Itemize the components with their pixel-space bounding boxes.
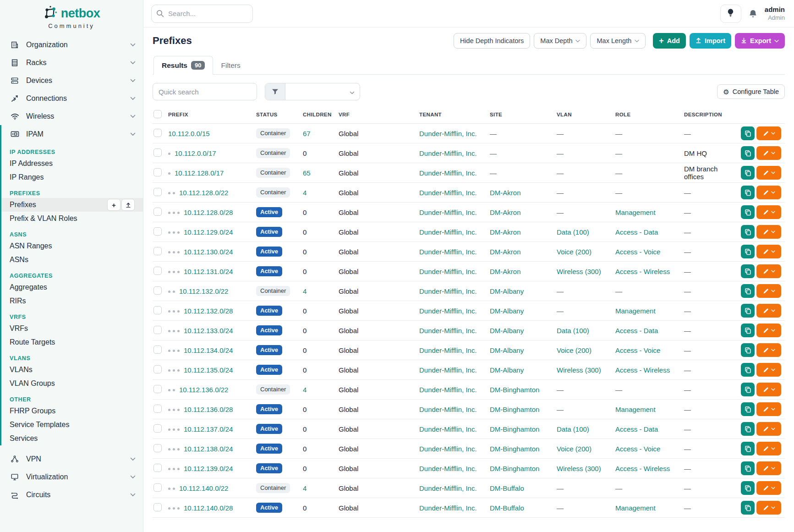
tenant-link[interactable]: Dunder-Mifflin, Inc. [419,169,477,177]
tab-results[interactable]: Results 90 [153,56,213,75]
tenant-link[interactable]: Dunder-Mifflin, Inc. [419,425,477,433]
tab-filters[interactable]: Filters [213,56,248,75]
copy-button[interactable] [741,264,755,278]
row-checkbox[interactable] [153,267,162,275]
prefix-link[interactable]: 10.112.140.0/22 [179,484,228,492]
sidebar-item-asn-ranges[interactable]: ASN Ranges [1,239,143,253]
vlan-link[interactable]: Data (100) [557,425,589,433]
prefix-link[interactable]: 10.112.140.0/28 [184,504,233,512]
role-link[interactable]: Access - Voice [615,445,660,453]
max-depth-dropdown[interactable]: Max Depth [534,33,586,49]
site-link[interactable]: DM-Binghamton [490,386,539,394]
copy-button[interactable] [741,146,755,160]
tenant-link[interactable]: Dunder-Mifflin, Inc. [419,228,477,236]
copy-button[interactable] [741,481,755,495]
role-link[interactable]: Access - Voice [615,346,660,354]
role-link[interactable]: Access - Data [615,425,658,433]
prefix-link[interactable]: 10.112.128.0/17 [175,169,224,177]
notifications-bell-icon[interactable] [749,9,757,18]
row-checkbox[interactable] [153,286,162,295]
vlan-link[interactable]: Voice (200) [557,445,591,453]
role-link[interactable]: Management [615,406,656,413]
tenant-link[interactable]: Dunder-Mifflin, Inc. [419,189,477,197]
add-button[interactable]: + Add [653,33,686,49]
copy-button[interactable] [741,442,755,455]
row-checkbox[interactable] [153,346,162,354]
edit-button[interactable] [756,343,781,357]
sidebar-item-virtualization[interactable]: Virtualization [0,468,143,486]
copy-button[interactable] [741,383,755,396]
role-link[interactable]: Access - Wireless [615,465,670,472]
sidebar-item-aggregates[interactable]: Aggregates [1,280,143,294]
site-link[interactable]: DM-Buffalo [490,484,524,492]
role-link[interactable]: Management [615,307,656,315]
row-checkbox[interactable] [153,247,162,255]
quick-search-input[interactable] [153,83,257,100]
row-checkbox[interactable] [153,483,162,492]
tenant-link[interactable]: Dunder-Mifflin, Inc. [419,307,477,315]
vlan-link[interactable]: Voice (200) [557,248,591,256]
copy-button[interactable] [741,343,755,357]
copy-button[interactable] [741,461,755,475]
edit-button[interactable] [756,186,781,199]
vlan-link[interactable]: Wireless (300) [557,268,601,275]
edit-button[interactable] [756,422,781,436]
sidebar-item-asns[interactable]: ASNs [1,253,143,267]
site-link[interactable]: DM-Akron [490,208,521,216]
prefix-link[interactable]: 10.112.139.0/24 [184,465,233,472]
tenant-link[interactable]: Dunder-Mifflin, Inc. [419,268,477,275]
row-checkbox[interactable] [153,503,162,511]
role-link[interactable]: Access - Voice [615,248,660,256]
copy-button[interactable] [741,245,755,258]
children-link[interactable]: 4 [303,386,307,394]
row-checkbox[interactable] [153,405,162,413]
tenant-link[interactable]: Dunder-Mifflin, Inc. [419,445,477,453]
row-checkbox[interactable] [153,385,162,393]
site-link[interactable]: DM-Akron [490,248,521,256]
children-link[interactable]: 67 [303,130,311,137]
tenant-link[interactable]: Dunder-Mifflin, Inc. [419,248,477,256]
site-link[interactable]: DM-Albany [490,366,524,374]
prefix-link[interactable]: 10.112.137.0/24 [184,425,233,433]
edit-button[interactable] [756,205,781,219]
select-all-checkbox[interactable] [153,110,162,118]
edit-button[interactable] [756,324,781,337]
edit-button[interactable] [756,383,781,396]
copy-button[interactable] [741,205,755,219]
filter-funnel-icon[interactable] [265,83,285,100]
global-search-input[interactable] [151,5,253,23]
sidebar-item-organization[interactable]: Organization [0,36,143,54]
edit-button[interactable] [756,481,781,495]
row-checkbox[interactable] [153,208,162,216]
site-link[interactable]: DM-Akron [490,228,521,236]
row-checkbox[interactable] [153,227,162,236]
sidebar-item-vpn[interactable]: VPN [0,450,143,468]
filter-select-dropdown[interactable] [285,83,360,100]
sidebar-item-ipam[interactable]: IPAM [1,125,143,143]
site-link[interactable]: DM-Albany [490,287,524,295]
row-checkbox[interactable] [153,326,162,334]
edit-button[interactable] [756,461,781,475]
import-button[interactable]: Import [690,33,731,49]
row-checkbox[interactable] [153,424,162,433]
row-checkbox[interactable] [153,365,162,373]
role-link[interactable]: Access - Data [615,327,658,335]
edit-button[interactable] [756,363,781,377]
prefix-link[interactable]: 10.112.134.0/24 [184,346,233,354]
tenant-link[interactable]: Dunder-Mifflin, Inc. [419,366,477,374]
user-menu[interactable]: admin Admin [765,5,785,22]
site-link[interactable]: DM-Albany [490,346,524,354]
theme-toggle-button[interactable] [720,5,741,23]
copy-button[interactable] [741,284,755,298]
copy-button[interactable] [741,501,755,515]
prefix-link[interactable]: 10.112.128.0/28 [184,208,233,216]
brand[interactable]: netbox Community [0,0,143,29]
sidebar-item-vlans[interactable]: VLANs [1,363,143,377]
sidebar-item-prefix-vlan-roles[interactable]: Prefix & VLAN Roles [1,212,143,225]
row-checkbox[interactable] [153,444,162,452]
copy-button[interactable] [741,186,755,199]
role-link[interactable]: Access - Wireless [615,268,670,275]
sidebar-item-vrfs[interactable]: VRFs [1,322,143,335]
role-link[interactable]: Access - Wireless [615,366,670,374]
sidebar-item-ip-ranges[interactable]: IP Ranges [1,170,143,184]
